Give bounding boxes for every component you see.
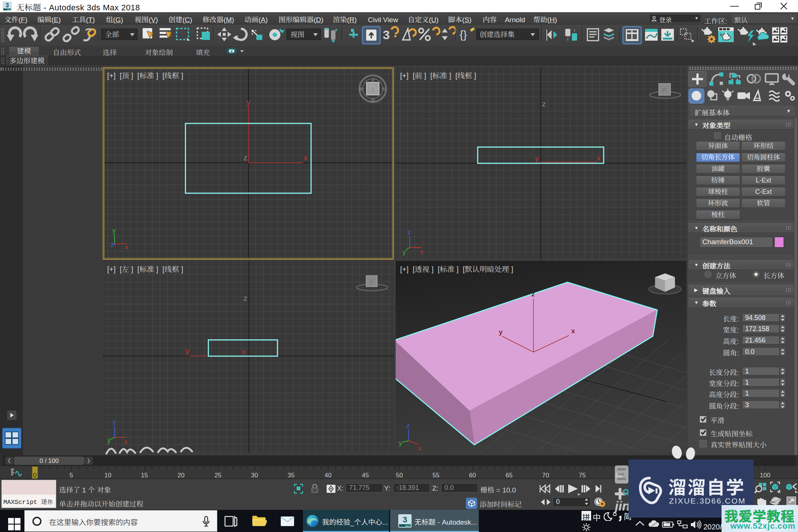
svg-text:东: 东 <box>382 87 386 92</box>
svg-text:20: 20 <box>178 472 185 479</box>
svg-text:y: y <box>402 248 406 256</box>
svg-text:MAX: MAX <box>405 525 411 527</box>
svg-text:70: 70 <box>542 472 549 479</box>
svg-text:x: x <box>125 243 129 251</box>
svg-text:创建选择集: 创建选择集 <box>480 31 515 38</box>
svg-text:左: 左 <box>369 279 374 284</box>
svg-text:z: z <box>542 99 546 108</box>
svg-text:3: 3 <box>383 28 390 42</box>
svg-text:y: y <box>399 439 402 447</box>
svg-text:z: z <box>407 228 411 236</box>
svg-text:x: x <box>597 154 601 162</box>
svg-text:x: x <box>418 444 422 452</box>
svg-text:jin: jin <box>613 499 630 513</box>
svg-text:60: 60 <box>469 472 476 479</box>
svg-text:10: 10 <box>105 472 112 479</box>
svg-text:{}: {} <box>460 28 467 41</box>
svg-text:50: 50 <box>396 472 403 479</box>
svg-text:x: x <box>304 153 308 162</box>
svg-text:[+] [透视 ] [标准 ] [默认明暗处理 ]: [+] [透视 ] [标准 ] [默认明暗处理 ] <box>400 265 513 273</box>
svg-text:x: x <box>571 327 575 335</box>
svg-text:南: 南 <box>371 98 375 103</box>
svg-text:y: y <box>246 98 250 106</box>
svg-text:55: 55 <box>433 472 440 479</box>
svg-text:65: 65 <box>506 472 513 479</box>
svg-text:100: 100 <box>760 472 770 479</box>
svg-text:45: 45 <box>362 472 369 479</box>
svg-text:30: 30 <box>251 472 258 479</box>
svg-text:y: y <box>535 154 539 163</box>
svg-text:40: 40 <box>325 472 332 479</box>
svg-text:x: x <box>420 248 424 256</box>
svg-text:25: 25 <box>215 472 222 479</box>
svg-text:35: 35 <box>288 472 295 479</box>
svg-text:前: 前 <box>662 87 666 93</box>
svg-text:MAX: MAX <box>7 8 12 11</box>
svg-text:y: y <box>112 226 116 234</box>
svg-text:5: 5 <box>69 472 73 479</box>
svg-text:z: z <box>112 418 116 426</box>
svg-text:[+] [顶 ] [标准 ] [线框 ]: [+] [顶 ] [标准 ] [线框 ] <box>107 72 183 80</box>
svg-text:z: z <box>243 294 248 302</box>
svg-text:3: 3 <box>403 515 407 524</box>
svg-text:y: y <box>185 347 190 355</box>
svg-text:15: 15 <box>141 472 148 479</box>
svg-text:[+] [前 ] [标准 ] [线框 ]: [+] [前 ] [标准 ] [线框 ] <box>400 72 476 80</box>
svg-text:z: z <box>243 153 248 162</box>
svg-text:z: z <box>531 290 535 298</box>
svg-text:[+] [左 ] [标准 ] [线框 ]: [+] [左 ] [标准 ] [线框 ] <box>107 265 183 273</box>
svg-text:3: 3 <box>6 2 9 8</box>
svg-text:视图: 视图 <box>290 31 304 38</box>
svg-text:y: y <box>499 328 503 336</box>
svg-text:上: 上 <box>370 86 375 92</box>
svg-text:0: 0 <box>33 472 36 479</box>
svg-text:北: 北 <box>371 78 375 83</box>
svg-text:75: 75 <box>579 472 586 479</box>
svg-text:西: 西 <box>359 87 364 92</box>
svg-text:+: + <box>335 27 338 33</box>
svg-text:x: x <box>242 347 246 356</box>
svg-text:z: z <box>406 422 410 429</box>
svg-text:全部: 全部 <box>105 31 119 38</box>
